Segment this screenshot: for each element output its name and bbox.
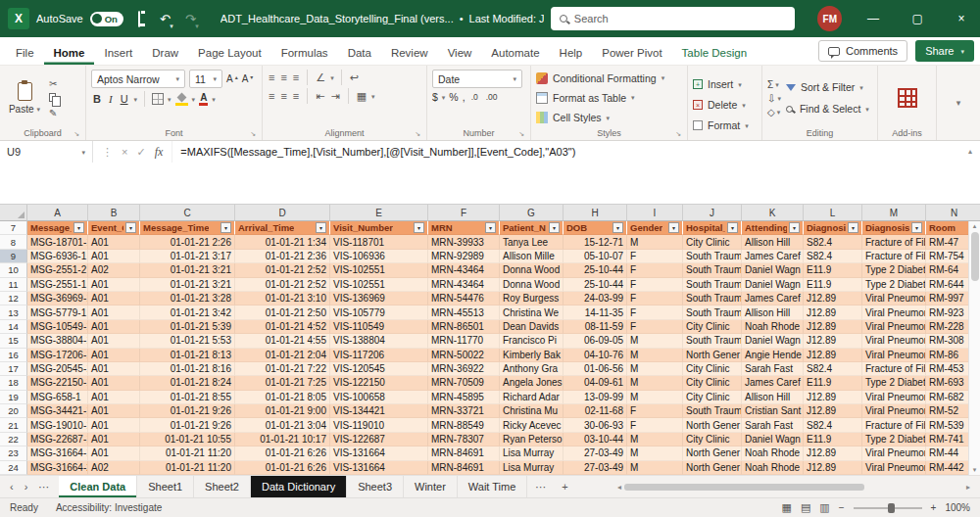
cell[interactable]: 01-01-21 5:39: [140, 320, 235, 334]
addins-button[interactable]: [883, 70, 931, 126]
cell[interactable]: S82.4: [804, 235, 862, 249]
row-header-19[interactable]: 19: [0, 391, 27, 404]
cell[interactable]: E11.9: [804, 263, 862, 277]
cell[interactable]: 01-06-56: [564, 362, 627, 376]
cell[interactable]: E11.9: [804, 278, 862, 292]
cell[interactable]: F: [627, 320, 683, 334]
cell[interactable]: M: [627, 362, 683, 376]
cell[interactable]: VIS-138804: [330, 334, 428, 348]
scroll-up-icon[interactable]: ▴: [973, 222, 977, 230]
cell[interactable]: City Clinic: [683, 362, 742, 376]
cell[interactable]: 01-01-21 8:05: [235, 391, 330, 404]
cell[interactable]: J12.89: [804, 446, 862, 460]
table-header-cell[interactable]: DOB▾: [564, 221, 627, 235]
cell[interactable]: J12.89: [804, 461, 862, 475]
filter-icon[interactable]: ▾: [848, 222, 858, 233]
cell[interactable]: A02: [88, 263, 140, 277]
cell[interactable]: 01-01-21 10:17: [235, 433, 330, 446]
row-header-10[interactable]: 10: [0, 263, 27, 277]
tab-view[interactable]: View: [438, 41, 482, 65]
formula-input[interactable]: =MAXIFS([Message_Time],[Visit_Number],[@…: [172, 141, 980, 163]
scroll-right-icon[interactable]: ▸: [966, 483, 970, 492]
cell[interactable]: James Caref: [742, 376, 804, 390]
table-header-cell[interactable]: Message_Time▾: [140, 221, 235, 235]
cell[interactable]: Viral Pneumon: [862, 446, 926, 460]
cell[interactable]: A01: [88, 404, 140, 418]
cell[interactable]: Fracture of Fib: [862, 235, 926, 249]
cell[interactable]: S82.4: [804, 250, 862, 263]
cell[interactable]: VIS-120545: [330, 362, 428, 376]
cell[interactable]: 01-01-21 2:52: [235, 263, 330, 277]
cell[interactable]: Type 2 Diabet: [862, 376, 926, 390]
sheet-tab-sheet3[interactable]: Sheet3: [347, 476, 404, 497]
cell[interactable]: Tanya Lee: [500, 235, 564, 249]
cell[interactable]: MSG-20545-1: [27, 362, 88, 376]
cell[interactable]: Anthony Gra: [500, 362, 564, 376]
cell[interactable]: 06-09-05: [564, 334, 627, 348]
cell[interactable]: J12.89: [804, 292, 862, 306]
share-button[interactable]: Share ▾: [915, 40, 974, 62]
zoom-slider-thumb[interactable]: [888, 503, 895, 513]
autosum-button[interactable]: Σ▾: [767, 79, 781, 90]
cell[interactable]: Sarah Fast: [742, 362, 804, 376]
cell[interactable]: 01-01-21 9:26: [140, 418, 235, 432]
cell[interactable]: 05-10-07: [564, 250, 627, 263]
cell[interactable]: Allison Hill: [742, 235, 804, 249]
cell[interactable]: VIS-118701: [330, 235, 428, 249]
cell[interactable]: City Clinic: [683, 235, 742, 249]
cell[interactable]: E11.9: [804, 376, 862, 390]
tab-table-design[interactable]: Table Design: [672, 41, 757, 65]
sheet-tab-data-dictionary[interactable]: Data Dictionary: [251, 476, 347, 497]
cell[interactable]: MRN-39933: [428, 235, 500, 249]
paste-button[interactable]: Paste▾: [5, 70, 44, 126]
cell[interactable]: James Caref: [742, 250, 804, 263]
row-header-11[interactable]: 11: [0, 278, 27, 292]
cell[interactable]: A01: [88, 250, 140, 263]
underline-button[interactable]: U: [119, 93, 130, 105]
decrease-indent-icon[interactable]: ⇤: [315, 90, 325, 103]
find-select-button[interactable]: Find & Select ▾: [786, 100, 869, 118]
format-as-table-button[interactable]: Format as Table ▾: [536, 89, 682, 106]
cell[interactable]: 01-01-21 1:34: [235, 235, 330, 249]
increase-indent-icon[interactable]: ⇥: [329, 90, 340, 103]
cell[interactable]: A01: [88, 306, 140, 319]
row-header-13[interactable]: 13: [0, 306, 27, 319]
cell[interactable]: Viral Pneumon: [862, 349, 926, 362]
cell[interactable]: Noah Rhode: [742, 446, 804, 460]
copy-icon[interactable]: [49, 93, 57, 104]
cell[interactable]: Donna Wood: [500, 263, 564, 277]
sheet-tab-sheet2[interactable]: Sheet2: [194, 476, 251, 497]
cell[interactable]: F: [627, 404, 683, 418]
filter-icon[interactable]: ▾: [74, 222, 84, 233]
cell[interactable]: 01-01-21 6:26: [235, 461, 330, 475]
comma-icon[interactable]: ,: [463, 91, 466, 103]
cell[interactable]: Lisa Murray: [500, 446, 564, 460]
align-top-icon[interactable]: ≡: [268, 71, 275, 83]
cell[interactable]: J12.89: [804, 320, 862, 334]
close-button[interactable]: ×: [943, 0, 980, 37]
cell[interactable]: E11.9: [804, 433, 862, 446]
cell[interactable]: MRN-88549: [428, 418, 500, 432]
cell[interactable]: 03-10-44: [564, 433, 627, 446]
column-header-f[interactable]: F: [428, 205, 500, 221]
cell[interactable]: 01-01-21 2:26: [140, 235, 235, 249]
column-header-j[interactable]: J: [683, 205, 742, 221]
zoom-out-icon[interactable]: −: [839, 502, 845, 513]
conditional-formatting-button[interactable]: Conditional Formatting ▾: [536, 70, 682, 86]
cell[interactable]: MRN-43464: [428, 263, 500, 277]
underline-dropdown-icon[interactable]: ▾: [134, 96, 138, 103]
scroll-down-icon[interactable]: ▾: [973, 466, 977, 474]
cell[interactable]: MSG-5779-1: [27, 306, 88, 319]
cell[interactable]: A01: [88, 446, 140, 460]
cell[interactable]: MSG-36969-1: [27, 292, 88, 306]
cell[interactable]: A01: [88, 320, 140, 334]
sheet-tab-wait-time[interactable]: Wait Time: [458, 476, 528, 497]
cell[interactable]: M: [627, 334, 683, 348]
cell[interactable]: City Clinic: [683, 433, 742, 446]
cell[interactable]: City Clinic: [683, 391, 742, 404]
cell[interactable]: Ricky Acevec: [500, 418, 564, 432]
sheet-tab-winter[interactable]: Winter: [404, 476, 458, 497]
column-header-a[interactable]: A: [27, 205, 88, 221]
filter-icon[interactable]: ▾: [911, 222, 922, 233]
column-header-g[interactable]: G: [500, 205, 564, 221]
